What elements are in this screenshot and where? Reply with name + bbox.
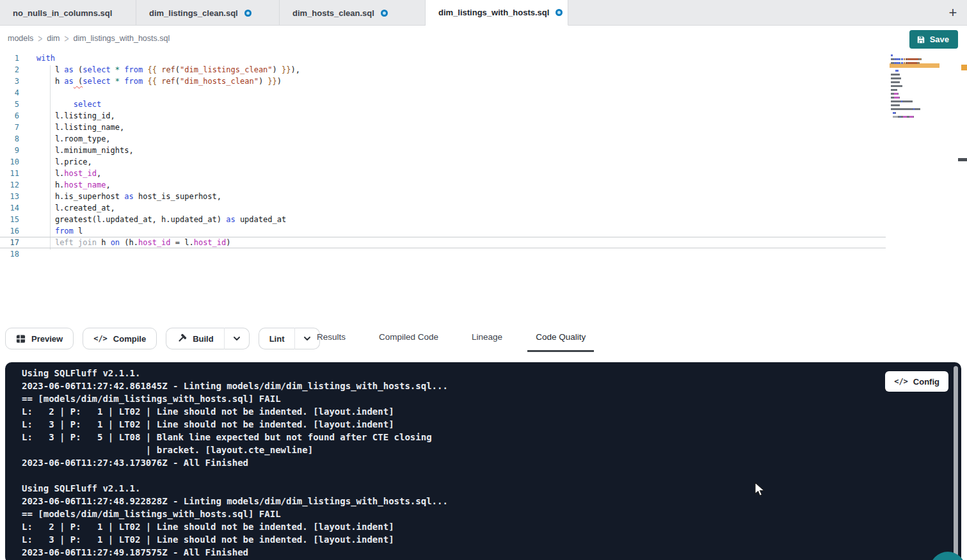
code-line[interactable]: 13 h.is_superhost as host_is_superhost, (0, 191, 886, 202)
build-dropdown-button[interactable] (224, 328, 250, 349)
line-number: 18 (0, 248, 19, 260)
tab-label: dim_listings_with_hosts.sql (438, 8, 549, 17)
preview-label: Preview (31, 334, 63, 344)
code-line[interactable]: 11 l.host_id, (0, 168, 886, 179)
lint-label: Lint (269, 334, 285, 344)
tab-bar: no_nulls_in_columns.sql dim_listings_cle… (0, 0, 967, 26)
code-line[interactable]: 16 from l (0, 225, 886, 237)
lint-button[interactable]: Lint (259, 328, 295, 349)
breadcrumb-dim[interactable]: dim (47, 34, 60, 43)
line-number: 16 (0, 225, 19, 237)
terminal-scrollbar[interactable] (954, 366, 958, 558)
line-number: 6 (0, 110, 19, 122)
code-editor[interactable]: 1with2 l as (select * from {{ ref("dim_l… (0, 51, 967, 324)
line-number: 3 (0, 76, 19, 87)
code-line[interactable]: 2 l as (select * from {{ ref("dim_listin… (0, 64, 886, 76)
tab-no-nulls-in-columns[interactable]: no_nulls_in_columns.sql (0, 0, 136, 26)
dbt-cloud-ide: no_nulls_in_columns.sql dim_listings_cle… (0, 0, 967, 560)
config-button[interactable]: </> Config (885, 371, 948, 392)
code-line[interactable]: 10 l.price, (0, 156, 886, 168)
line-number: 9 (0, 145, 19, 156)
code-icon: </> (93, 334, 108, 343)
action-buttons: Preview </> Compile Build (5, 328, 320, 349)
line-number: 14 (0, 202, 19, 214)
new-tab-button[interactable]: + (939, 0, 967, 26)
line-number: 2 (0, 64, 19, 76)
line-number: 1 (0, 52, 19, 64)
table-grid-icon (16, 334, 26, 344)
code-line[interactable]: 12 h.host_name, (0, 179, 886, 191)
line-number: 11 (0, 168, 19, 179)
breadcrumb-file: dim_listings_with_hosts.sql (73, 34, 170, 43)
plus-icon: + (949, 4, 957, 21)
code-line[interactable]: 14 l.created_at, (0, 202, 886, 214)
tab-results[interactable]: Results (308, 324, 354, 352)
code-line[interactable]: 1with (0, 52, 886, 64)
code-line[interactable]: 5 select (0, 99, 886, 110)
preview-button[interactable]: Preview (5, 328, 74, 349)
compile-button[interactable]: </> Compile (83, 328, 157, 349)
code-lines[interactable]: 1with2 l as (select * from {{ ref("dim_l… (0, 52, 886, 260)
tab-dim-hosts-clean[interactable]: dim_hosts_clean.sql (280, 0, 426, 26)
tab-label: dim_hosts_clean.sql (292, 8, 374, 18)
unsaved-changes-icon (555, 9, 563, 16)
save-label: Save (930, 35, 949, 44)
terminal-panel: Using SQLFluff v2.1.1. 2023-06-06T11:27:… (5, 362, 961, 560)
code-line[interactable]: 3 h as (select * from {{ ref("dim_hosts_… (0, 76, 886, 87)
unsaved-changes-icon (244, 10, 252, 17)
chevron-right-icon: > (38, 32, 42, 45)
code-line[interactable]: 9 l.minimum_nights, (0, 145, 886, 156)
tab-lineage[interactable]: Lineage (463, 324, 511, 352)
line-number: 12 (0, 179, 19, 191)
build-label: Build (193, 334, 214, 344)
code-line[interactable]: 4 (0, 87, 886, 99)
tab-label: no_nulls_in_columns.sql (13, 8, 112, 18)
overview-ruler-warning-marker (961, 65, 967, 70)
breadcrumb-models[interactable]: models (8, 34, 33, 43)
line-number: 4 (0, 87, 19, 99)
action-toolbar: Preview </> Compile Build (0, 324, 967, 354)
line-number: 15 (0, 214, 19, 225)
minimap[interactable] (891, 54, 938, 124)
config-label: Config (913, 377, 939, 387)
code-line[interactable]: 7 l.listing_name, (0, 122, 886, 133)
code-icon: </> (894, 377, 908, 386)
compile-label: Compile (113, 334, 146, 344)
code-line[interactable]: 15 greatest(l.updated_at, h.updated_at) … (0, 214, 886, 225)
line-number: 17 (0, 237, 19, 248)
hammer-icon (177, 333, 187, 344)
line-number: 7 (0, 122, 19, 133)
chevron-right-icon: > (64, 32, 68, 45)
breadcrumb: models > dim > dim_listings_with_hosts.s… (8, 26, 170, 51)
chevron-down-icon (232, 333, 242, 344)
code-line[interactable]: 17 left join h on (h.host_id = l.host_id… (0, 237, 886, 248)
file-header-bar: models > dim > dim_listings_with_hosts.s… (0, 26, 967, 51)
build-button[interactable]: Build (166, 328, 224, 349)
code-line[interactable]: 8 l.room_type, (0, 133, 886, 145)
panel-tabs: Results Compiled Code Lineage Code Quali… (308, 324, 594, 354)
save-button[interactable]: Save (909, 30, 958, 49)
build-button-group: Build (166, 328, 250, 349)
unsaved-changes-icon (381, 10, 388, 17)
tab-compiled-code[interactable]: Compiled Code (371, 324, 447, 352)
tab-code-quality[interactable]: Code Quality (527, 324, 594, 352)
tab-dim-listings-with-hosts[interactable]: dim_listings_with_hosts.sql (426, 0, 568, 26)
code-line[interactable]: 6 l.listing_id, (0, 110, 886, 122)
terminal-output: Using SQLFluff v2.1.1. 2023-06-06T11:27:… (22, 367, 448, 559)
line-number: 10 (0, 156, 19, 168)
floppy-icon (916, 35, 925, 44)
line-number: 8 (0, 133, 19, 145)
code-line[interactable]: 18 (0, 248, 886, 260)
line-number: 13 (0, 191, 19, 202)
line-number: 5 (0, 99, 19, 110)
tab-dim-listings-clean[interactable]: dim_listings_clean.sql (136, 0, 280, 26)
tab-label: dim_listings_clean.sql (149, 8, 238, 18)
overview-ruler-marker (958, 158, 967, 161)
